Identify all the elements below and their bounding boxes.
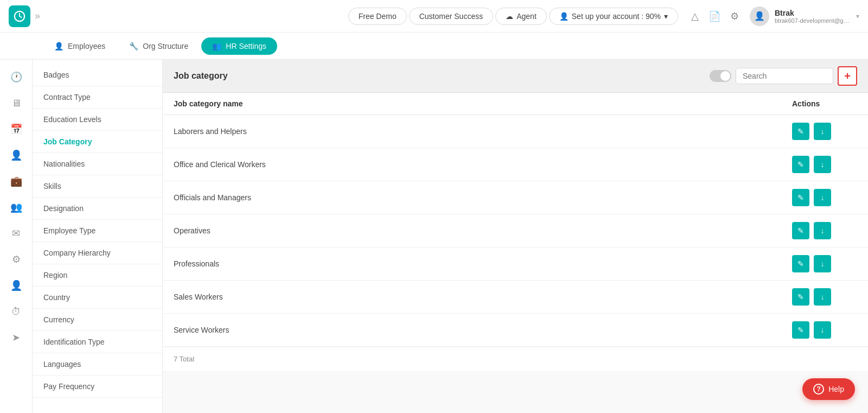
- sidebar-icon-mail[interactable]: ✉: [5, 223, 27, 244]
- header-right: +: [710, 66, 857, 86]
- row-actions-professionals: ✎ ↓: [792, 255, 857, 272]
- expand-nav-icon[interactable]: »: [35, 10, 40, 22]
- table-row: Laborers and Helpers ✎ ↓: [163, 115, 868, 148]
- row-actions-service: ✎ ↓: [792, 321, 857, 339]
- menu-item-languages[interactable]: Languages: [33, 353, 162, 376]
- setup-person-icon: 👤: [559, 12, 569, 21]
- menu-item-company-hierarchy[interactable]: Company Hierarchy: [33, 242, 162, 264]
- row-name-officials: Officials and Managers: [174, 193, 792, 202]
- table-footer: 7 Total: [163, 347, 868, 371]
- menu-item-region[interactable]: Region: [33, 264, 162, 287]
- menu-item-nationalities[interactable]: Nationalities: [33, 153, 162, 175]
- tab-hr-label: HR Settings: [226, 42, 266, 50]
- gear-icon[interactable]: ⚙: [730, 10, 739, 22]
- row-name-office: Office and Clerical Workers: [174, 160, 792, 169]
- table-row: Operatives ✎ ↓: [163, 214, 868, 247]
- alert-icon[interactable]: △: [691, 10, 699, 22]
- row-name-professionals: Professionals: [174, 259, 792, 268]
- tab-employees-label: Employees: [68, 42, 105, 50]
- panel-title: Job category: [174, 71, 228, 81]
- document-icon[interactable]: 📄: [709, 10, 720, 22]
- edit-button-officials[interactable]: ✎: [792, 189, 809, 206]
- menu-item-designation[interactable]: Designation: [33, 198, 162, 220]
- download-button-office[interactable]: ↓: [814, 156, 831, 173]
- table-header-row: Job category name Actions: [163, 93, 868, 115]
- left-menu: Badges Contract Type Education Levels Jo…: [33, 60, 163, 413]
- table-row: Office and Clerical Workers ✎ ↓: [163, 148, 868, 181]
- main-layout: 🕐 🖥 📅 👤 💼 👥 ✉ ⚙ 👤 ⏱ ➤ Badges Contract Ty…: [0, 60, 868, 413]
- column-header-name: Job category name: [174, 99, 792, 108]
- free-demo-button[interactable]: Free Demo: [348, 8, 407, 25]
- sidebar-icon-briefcase[interactable]: 💼: [5, 170, 27, 192]
- download-button-service[interactable]: ↓: [814, 321, 831, 339]
- help-circle-icon: ?: [813, 384, 824, 395]
- setup-button[interactable]: 👤 Set up your account : 90% ▾: [549, 8, 678, 25]
- employees-tab-icon: 👤: [54, 42, 63, 50]
- menu-item-country[interactable]: Country: [33, 287, 162, 309]
- download-button-officials[interactable]: ↓: [814, 189, 831, 206]
- top-nav: » Free Demo Customer Success ☁ Agent 👤 S…: [0, 0, 868, 33]
- menu-item-identification-type[interactable]: Identification Type: [33, 331, 162, 353]
- nav-action-icons: △ 📄 ⚙: [691, 10, 739, 22]
- column-header-actions: Actions: [792, 99, 857, 108]
- row-actions-officials: ✎ ↓: [792, 189, 857, 206]
- org-tab-icon: 🔧: [129, 42, 138, 50]
- tab-hr-settings[interactable]: 👥 HR Settings: [201, 37, 277, 55]
- edit-button-office[interactable]: ✎: [792, 156, 809, 173]
- logo-button[interactable]: [9, 5, 30, 27]
- tab-org-structure[interactable]: 🔧 Org Structure: [118, 37, 199, 55]
- agent-button[interactable]: ☁ Agent: [495, 8, 547, 25]
- user-section[interactable]: 👤 Btrak btrak607-development@gm... ▾: [750, 7, 859, 26]
- edit-button-service[interactable]: ✎: [792, 321, 809, 339]
- row-actions-operatives: ✎ ↓: [792, 222, 857, 239]
- sidebar-icon-group[interactable]: 👥: [5, 196, 27, 218]
- sidebar-icon-send[interactable]: ➤: [5, 327, 27, 348]
- sidebar-icon-clock[interactable]: 🕐: [5, 66, 27, 88]
- user-chevron-icon: ▾: [856, 12, 859, 20]
- row-name-laborers: Laborers and Helpers: [174, 127, 792, 136]
- user-name: Btrak: [775, 9, 851, 17]
- search-input[interactable]: [736, 68, 833, 84]
- download-button-sales[interactable]: ↓: [814, 288, 831, 306]
- edit-button-sales[interactable]: ✎: [792, 288, 809, 306]
- sidebar-icon-settings[interactable]: ⚙: [5, 249, 27, 270]
- customer-success-button[interactable]: Customer Success: [409, 8, 493, 25]
- menu-item-job-category[interactable]: Job Category: [33, 131, 162, 153]
- row-actions-sales: ✎ ↓: [792, 288, 857, 306]
- download-button-operatives[interactable]: ↓: [814, 222, 831, 239]
- sidebar-icon-person[interactable]: 👤: [5, 144, 27, 166]
- avatar: 👤: [750, 7, 769, 26]
- tab-employees[interactable]: 👤 Employees: [43, 37, 116, 55]
- table-row: Professionals ✎ ↓: [163, 247, 868, 281]
- sidebar-icon-calendar[interactable]: 📅: [5, 118, 27, 140]
- download-button-professionals[interactable]: ↓: [814, 255, 831, 272]
- menu-item-badges[interactable]: Badges: [33, 64, 162, 86]
- help-label: Help: [828, 385, 844, 393]
- menu-item-employee-type[interactable]: Employee Type: [33, 220, 162, 242]
- add-button[interactable]: +: [838, 66, 857, 86]
- sidebar-icon-monitor[interactable]: 🖥: [5, 92, 27, 114]
- setup-label: Set up your account : 90%: [572, 12, 661, 21]
- edit-button-laborers[interactable]: ✎: [792, 123, 809, 140]
- menu-item-currency[interactable]: Currency: [33, 309, 162, 331]
- menu-item-contract-type[interactable]: Contract Type: [33, 86, 162, 109]
- sidebar-icon-user-circle[interactable]: 👤: [5, 275, 27, 296]
- sidebar-icon-timer[interactable]: ⏱: [5, 301, 27, 322]
- menu-item-pay-frequency[interactable]: Pay Frequency: [33, 376, 162, 398]
- total-count: 7 Total: [174, 355, 194, 363]
- download-button-laborers[interactable]: ↓: [814, 123, 831, 140]
- agent-cloud-icon: ☁: [506, 12, 513, 21]
- toggle-switch[interactable]: [710, 70, 731, 82]
- row-name-operatives: Operatives: [174, 226, 792, 235]
- help-button[interactable]: ? Help: [802, 378, 855, 400]
- nav-pills: Free Demo Customer Success ☁ Agent 👤 Set…: [348, 8, 678, 25]
- edit-button-professionals[interactable]: ✎: [792, 255, 809, 272]
- row-actions-office: ✎ ↓: [792, 156, 857, 173]
- row-name-sales: Sales Workers: [174, 293, 792, 301]
- table-row: Officials and Managers ✎ ↓: [163, 181, 868, 214]
- menu-item-skills[interactable]: Skills: [33, 175, 162, 198]
- edit-button-operatives[interactable]: ✎: [792, 222, 809, 239]
- left-sidebar: 🕐 🖥 📅 👤 💼 👥 ✉ ⚙ 👤 ⏱ ➤: [0, 60, 33, 413]
- menu-item-education-levels[interactable]: Education Levels: [33, 109, 162, 131]
- content-area: Job category + Job category name Actions…: [163, 60, 868, 413]
